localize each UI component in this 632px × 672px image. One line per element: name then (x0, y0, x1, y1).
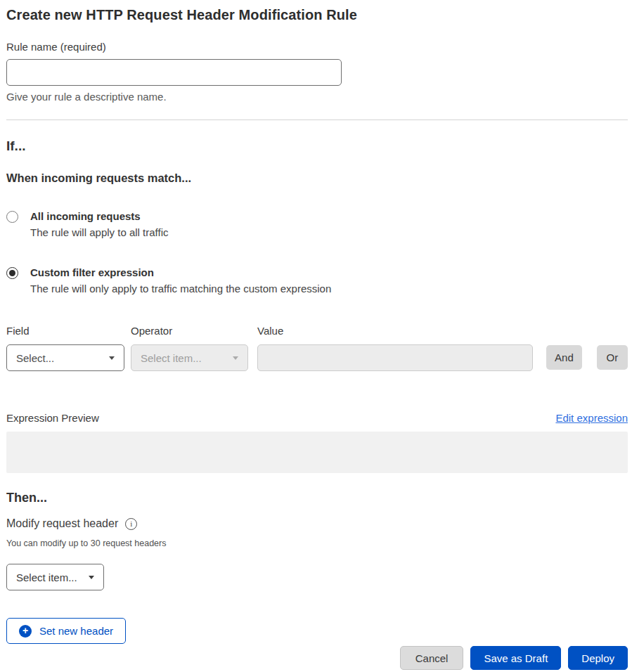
field-label: Field (6, 325, 124, 337)
rule-name-input[interactable] (6, 59, 342, 86)
info-icon[interactable]: i (125, 518, 137, 530)
filter-builder-row: Field Select... Operator Select item... … (6, 325, 628, 371)
edit-expression-link[interactable]: Edit expression (555, 412, 628, 424)
radio-icon-all-incoming-requests[interactable] (6, 211, 18, 223)
plus-icon: + (19, 625, 32, 638)
save-as-draft-button[interactable]: Save as Draft (470, 646, 561, 670)
header-action-select-value: Select item... (16, 571, 77, 583)
operator-label: Operator (131, 325, 248, 337)
section-divider (6, 119, 628, 120)
chevron-down-icon (89, 576, 94, 579)
rule-name-label: Rule name (required) (6, 41, 628, 53)
set-new-header-button[interactable]: + Set new header (6, 618, 126, 644)
cancel-button[interactable]: Cancel (400, 646, 464, 670)
header-action-select[interactable]: Select item... (6, 564, 104, 590)
chevron-down-icon (233, 356, 238, 360)
and-button[interactable]: And (546, 345, 582, 370)
operator-select-value: Select item... (141, 352, 202, 364)
rule-name-helper: Give your rule a descriptive name. (6, 91, 628, 103)
expression-preview-label: Expression Preview (6, 412, 99, 424)
field-select[interactable]: Select... (6, 344, 124, 371)
radio-option-custom-filter-expression[interactable]: Custom filter expression The rule will o… (6, 266, 628, 295)
operator-select[interactable]: Select item... (131, 344, 248, 371)
if-heading: If... (6, 138, 628, 154)
then-heading: Then... (6, 491, 628, 505)
value-input[interactable] (257, 344, 533, 371)
create-rule-page: Create new HTTP Request Header Modificat… (0, 0, 632, 670)
radio-option-all-incoming-requests[interactable]: All incoming requests The rule will appl… (6, 210, 628, 238)
rule-name-group: Rule name (required) Give your rule a de… (6, 41, 628, 103)
radio-description-custom-filter-expression: The rule will only apply to traffic matc… (30, 283, 331, 295)
value-label: Value (257, 325, 533, 337)
chevron-down-icon (109, 356, 115, 360)
radio-label-all-incoming-requests: All incoming requests (30, 210, 168, 222)
radio-label-custom-filter-expression: Custom filter expression (30, 266, 331, 278)
page-title: Create new HTTP Request Header Modificat… (6, 7, 628, 23)
radio-description-all-incoming-requests: The rule will apply to all traffic (30, 226, 168, 238)
match-subheading: When incoming requests match... (6, 172, 628, 185)
expression-preview-box (6, 432, 628, 473)
footer-actions: Cancel Save as Draft Deploy (6, 646, 628, 670)
modify-request-header-label: Modify request header (6, 517, 118, 530)
or-button[interactable]: Or (597, 345, 628, 370)
set-new-header-label: Set new header (39, 625, 113, 637)
modify-header-helper: You can modify up to 30 request headers (6, 538, 628, 548)
expression-preview-header: Expression Preview Edit expression (6, 412, 628, 424)
deploy-button[interactable]: Deploy (568, 646, 628, 670)
radio-icon-custom-filter-expression[interactable] (6, 267, 18, 279)
field-select-value: Select... (16, 352, 54, 364)
